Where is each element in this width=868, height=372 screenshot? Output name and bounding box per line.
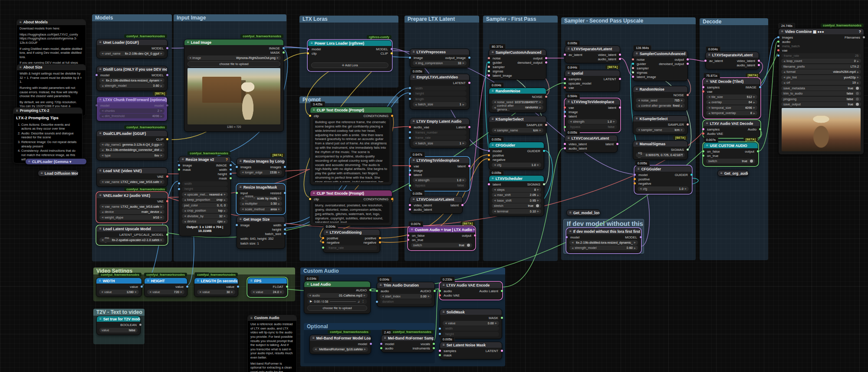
widget-value[interactable]: bf16 (153, 215, 159, 219)
node-ltxvseparateavlatent[interactable]: 0.005s≡LTXVSeparateAVLatentav_latentvide… (565, 46, 620, 63)
node-menu-icon[interactable]: ≡ (384, 336, 386, 340)
toggle-knob[interactable] (467, 244, 470, 247)
widget-value[interactable]: yuv420p (844, 75, 856, 79)
widget-strength-model[interactable]: ◀strength_model0.60▶ (569, 245, 638, 250)
port-dot[interactable] (632, 72, 634, 74)
port-dot[interactable] (439, 333, 441, 335)
port-dot[interactable] (616, 143, 618, 145)
node-menu-icon[interactable]: ≡ (313, 191, 315, 195)
port-dot[interactable] (687, 94, 689, 96)
port-dot[interactable] (284, 166, 286, 168)
port-dot[interactable] (409, 57, 411, 59)
port-dot[interactable] (777, 55, 779, 57)
widget-value[interactable]: MelBandRoformer_fp16.safeten... (319, 347, 363, 351)
widget-increment-arrow[interactable]: ▶ (681, 104, 683, 107)
widget-img-compression[interactable]: ◀img_compression33▶ (413, 61, 467, 65)
port-dot[interactable] (166, 47, 168, 49)
node-menu-icon[interactable]: ≡ (569, 211, 572, 215)
port-dot[interactable] (634, 178, 636, 180)
node-menu-icon[interactable]: ≡ (636, 117, 638, 121)
node-menu-icon[interactable]: ≡ (706, 144, 708, 147)
toggle-trim-to-audio[interactable]: trim_to_audiofalse (781, 91, 861, 96)
widget-increment-arrow[interactable]: ▶ (681, 99, 683, 101)
widget-value[interactable]: LTX2_video_vae_bf16.safetensors (121, 180, 159, 184)
port-dot[interactable] (439, 327, 441, 330)
widget-value[interactable]: 0.10 (530, 209, 536, 213)
port-dot[interactable] (286, 286, 288, 288)
widget-value[interactable]: 0.50 (271, 202, 277, 206)
node-menu-icon[interactable]: ≡ (706, 121, 708, 125)
widget-increment-arrow[interactable]: ▶ (463, 62, 464, 64)
widget-type[interactable]: ◀typeltxv▶ (99, 153, 164, 158)
node-unet-loader-gguf[interactable]: comfyui_fearnworksnodes≡Unet Loader (GGU… (96, 39, 168, 59)
node-menu-icon[interactable]: ≡ (638, 167, 640, 171)
port-dot[interactable] (634, 174, 636, 176)
port-dot[interactable] (166, 74, 168, 76)
node-samplercustomadvanced[interactable]: 128.964s≡SamplerCustomAdvancednoiseoutpu… (633, 50, 688, 81)
widget-start-index[interactable]: ◀start_index0.00▶ (380, 294, 432, 299)
port-dot[interactable] (433, 343, 435, 345)
node-clip-text-encode-prompt[interactable]: ≡CLIP Text Encode (Prompt)clipCONDITIONI… (310, 190, 392, 226)
widget-increment-arrow[interactable]: ▶ (161, 79, 162, 82)
port-dot[interactable] (564, 78, 566, 80)
widget-decrement-arrow[interactable]: ◀ (184, 209, 186, 212)
port-dot[interactable] (391, 115, 393, 117)
widget-increment-arrow[interactable]: ▶ (224, 193, 226, 196)
widget-value[interactable]: 1.0 (608, 120, 612, 124)
node-resize-image-mask[interactable]: ≡Resize Image/Maskinputresized◀resize_ .… (237, 184, 285, 214)
port-dot[interactable] (409, 184, 411, 186)
widget-value[interactable]: 33 (458, 61, 461, 65)
port-dot[interactable] (141, 286, 143, 288)
port-dot[interactable] (434, 290, 436, 292)
text-widget[interactable]: blurry, oversaturated, pixelated, low re… (313, 202, 389, 223)
port-dot[interactable] (690, 174, 693, 176)
widget-decrement-arrow[interactable]: ◀ (184, 215, 186, 217)
port-dot[interactable] (409, 98, 411, 100)
widget-increment-arrow[interactable]: ▶ (277, 56, 279, 59)
widget-decrement-arrow[interactable]: ◀ (102, 109, 103, 112)
widget-decrement-arrow[interactable]: ◀ (783, 71, 785, 73)
widget-value[interactable]: 4096 (152, 114, 159, 118)
widget-increment-arrow[interactable]: ▶ (634, 247, 636, 249)
widget-value[interactable]: 0, 0, 0 (217, 203, 226, 207)
widget-value[interactable]: nearest-exact (209, 193, 223, 196)
node-menu-icon[interactable]: ≡ (99, 169, 102, 173)
node-ltxvconcatavlatent[interactable]: 0.005s≡LTXVConcatAVLatentvideo_latentlat… (410, 196, 463, 214)
widget-decrement-arrow[interactable]: ◀ (638, 104, 640, 107)
port-dot[interactable] (757, 150, 759, 153)
port-dot[interactable] (564, 115, 566, 117)
port-dot[interactable] (166, 176, 168, 178)
node-if-dev-model-without-this-lora-first-fir[interactable]: ≡If dev model without this lora first fi… (566, 228, 641, 253)
node-menu-icon[interactable]: ≡ (182, 157, 184, 161)
port-dot[interactable] (632, 67, 634, 69)
port-dot[interactable] (702, 91, 704, 93)
port-dot[interactable] (545, 96, 547, 98)
widget-vae-name[interactable]: ◀vae_nameLTX2_video_vae_bf16.safetensors… (99, 179, 164, 184)
widget-value[interactable]: 0.00 (421, 294, 427, 298)
widget-upscale-met[interactable]: ◀upscale_met...nearest-exact▶ (182, 192, 228, 197)
widget-ltx-2-19b-distilled-lora-resized-dynamic[interactable]: ◀ltx-2-19b-distilled-lora-resized_dynami… (569, 240, 638, 245)
node-menu-icon[interactable]: ≡ (313, 108, 315, 112)
port-dot[interactable] (461, 204, 464, 206)
node-ksamplerselect[interactable]: ≡KSamplerSelectSAMPLER◀sampler_namelcm▶ (489, 116, 546, 135)
node-ltxvseparateavlatent[interactable]: 0.004s≡LTXVSeparateAVLatentav_latentvide… (705, 52, 759, 69)
node-menu-icon[interactable]: ≡ (413, 75, 415, 79)
widget-decrement-arrow[interactable]: ◀ (708, 106, 710, 109)
note-custom-audio[interactable]: ≡Custom AudioUse a reference audio inste… (247, 315, 297, 372)
node-vae-decode-tiled[interactable]: 75.871s[BETA]≡VAE Decode (Tiled)samplesI… (703, 78, 760, 118)
port-dot[interactable] (230, 177, 232, 179)
widget-value[interactable]: 0 (854, 59, 856, 63)
node-menu-icon[interactable]: ≡ (187, 40, 189, 44)
widget-increment-arrow[interactable]: ▶ (161, 154, 162, 157)
port-dot[interactable] (139, 324, 141, 326)
widget-increment-arrow[interactable]: ▶ (685, 187, 687, 190)
node-spatial[interactable]: 0.844s[BETA]≡spatialsamplesLATENTupscale… (565, 70, 620, 92)
node-get-image-size[interactable]: ≡Get Image Sizeimagewidthheightbatch_siz… (237, 216, 285, 249)
port-dot[interactable] (409, 170, 411, 172)
widget-value[interactable]: main_device (141, 210, 159, 214)
widget-value[interactable]: 32 (219, 214, 223, 218)
node-width[interactable]: comfyui_fearnworksnodes≡WIDTHvalue◀value… (96, 277, 142, 297)
widget-increment-arrow[interactable]: ▶ (537, 163, 539, 166)
widget-tile-size[interactable]: ◀tile_size512▶ (706, 95, 757, 99)
port-dot[interactable] (309, 198, 311, 200)
